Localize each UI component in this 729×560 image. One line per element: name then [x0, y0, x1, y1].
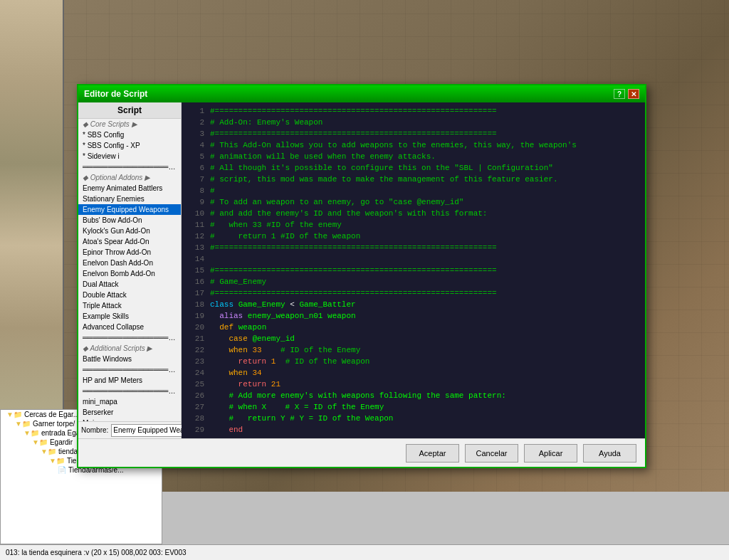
folder-icon: ▼📁: [15, 420, 31, 428]
dialog-close-button[interactable]: ✕: [628, 89, 639, 99]
script-list[interactable]: ◆ Core Scripts ▶* SBS Config* SBS Config…: [78, 119, 181, 421]
line-number: 29: [184, 424, 204, 435]
code-panel: 1#======================================…: [182, 102, 645, 438]
dialog-controls: ? ✕: [614, 89, 639, 99]
script-list-item[interactable]: Enelvon Bomb Add-On: [78, 268, 181, 279]
script-list-item[interactable]: Example Skills: [78, 311, 181, 322]
code-line: 26 # Add more enemy's with weapons follo…: [184, 390, 642, 401]
script-list-item[interactable]: ◆ Optional Addons ▶: [78, 172, 181, 183]
script-list-item[interactable]: Enelvon Dash Add-On: [78, 258, 181, 268]
script-list-item[interactable]: Kylock's Gun Add-On: [78, 226, 181, 236]
script-list-item[interactable]: ◆ Core Scripts ▶: [78, 119, 181, 130]
code-line: 15#=====================================…: [184, 265, 642, 276]
script-list-item[interactable]: * Sideview i: [78, 151, 181, 162]
code-line: 16# Game_Enemy: [184, 276, 642, 287]
code-line: 10# and add the enemy's ID and the weapo…: [184, 208, 642, 219]
line-number: 20: [184, 322, 204, 333]
script-list-item[interactable]: Triple Attack: [78, 300, 181, 311]
script-list-item[interactable]: * SBS Config: [78, 130, 181, 140]
line-number: 14: [184, 253, 204, 265]
script-list-item[interactable]: Stationary Enemies: [78, 194, 181, 204]
code-line: 2# Add-On: Enemy's Weapon: [184, 117, 642, 128]
folder-icon: ▼📁: [41, 448, 56, 455]
code-line: 30 enemy_weapon_n01: [184, 435, 642, 438]
code-line: 20 def weapon: [184, 322, 642, 333]
code-line: 6# All though it's possible to configure…: [184, 162, 642, 174]
script-list-item[interactable]: Epinor Throw Add-On: [78, 247, 181, 258]
line-number: 7: [184, 174, 204, 185]
script-list-item[interactable]: Double Attack: [78, 290, 181, 300]
line-number: 27: [184, 401, 204, 413]
script-list-item[interactable]: ◆ Additional Scripts ▶: [78, 343, 181, 354]
code-line: 11# when 33 #ID of the enemy: [184, 219, 642, 231]
folder-icon: ▼📁: [23, 429, 39, 437]
line-number: 23: [184, 356, 204, 367]
folder-icon: ▼📁: [49, 457, 65, 465]
folder-icon: ▼📁: [32, 438, 48, 446]
line-number: 22: [184, 344, 204, 356]
dialog-help-button[interactable]: ?: [614, 89, 625, 99]
line-number: 17: [184, 287, 204, 299]
script-name-bar: Nombre:: [78, 421, 181, 438]
line-number: 19: [184, 310, 204, 322]
code-line: 3#======================================…: [184, 128, 642, 139]
script-list-panel: Script ◆ Core Scripts ▶* SBS Config* SBS…: [78, 102, 182, 438]
script-list-item[interactable]: Bubs' Bow Add-On: [78, 215, 181, 226]
script-list-item[interactable]: Enemy Equipped Weapons: [78, 204, 181, 215]
line-number: 15: [184, 265, 204, 276]
line-number: 26: [184, 390, 204, 401]
code-editor[interactable]: 1#======================================…: [182, 102, 645, 438]
status-text: 013: la tienda esquinera :v (20 x 15) 00…: [6, 549, 187, 556]
name-label: Nombre:: [81, 426, 108, 434]
code-line: 27 # when X # X = ID of the Enemy: [184, 401, 642, 413]
code-line: 17#=====================================…: [184, 287, 642, 299]
script-list-item[interactable]: Battle Windows: [78, 354, 181, 364]
code-line: 23 return 1 # ID of the Weapon: [184, 356, 642, 367]
script-list-item[interactable]: Enemy Animated Battlers: [78, 183, 181, 194]
page-icon: 📄: [58, 466, 66, 474]
script-list-item[interactable]: Berserker: [78, 407, 181, 418]
line-number: 9: [184, 196, 204, 208]
script-list-item[interactable]: * SBS Config - XP: [78, 140, 181, 151]
line-number: 18: [184, 299, 204, 310]
line-number: 6: [184, 162, 204, 174]
line-number: 16: [184, 276, 204, 287]
folder-icon: ▼📁: [6, 411, 22, 418]
script-list-item[interactable]: ═══════════════════: [78, 364, 181, 375]
script-list-item[interactable]: ═══════════════════: [78, 386, 181, 396]
code-line: 13#=====================================…: [184, 242, 642, 253]
ayuda-button[interactable]: Ayuda: [583, 444, 636, 463]
line-number: 1: [184, 105, 204, 117]
script-list-header: Script: [78, 102, 181, 119]
code-line: 1#======================================…: [184, 105, 642, 117]
script-list-item[interactable]: HP and MP Meters: [78, 375, 181, 386]
line-number: 11: [184, 219, 204, 231]
code-line: 29 end: [184, 424, 642, 435]
line-number: 21: [184, 333, 204, 344]
aplicar-button[interactable]: Aplicar: [524, 444, 577, 463]
code-line: 8#: [184, 185, 642, 196]
code-line: 18class Game_Enemy < Game_Battler: [184, 299, 642, 310]
code-line: 22 when 33 # ID of the Enemy: [184, 344, 642, 356]
line-number: 4: [184, 139, 204, 151]
tree-item-label: Cercas de Egar...: [24, 411, 79, 418]
script-list-item[interactable]: Dual Attack: [78, 279, 181, 290]
cancelar-button[interactable]: Cancelar: [465, 444, 518, 463]
dialog-title: Editor de Script: [84, 89, 147, 99]
code-line: 24 when 34: [184, 367, 642, 379]
line-number: 30: [184, 435, 204, 438]
script-list-item[interactable]: Atoa's Spear Add-On: [78, 236, 181, 247]
aceptar-button[interactable]: Aceptar: [406, 444, 459, 463]
script-list-item[interactable]: mini_mapa: [78, 396, 181, 407]
script-editor-dialog: Editor de Script ? ✕ Script ◆ Core Scrip…: [77, 84, 646, 468]
line-number: 10: [184, 208, 204, 219]
code-line: 14: [184, 253, 642, 265]
script-list-item[interactable]: ═══════════════════: [78, 332, 181, 343]
line-number: 25: [184, 379, 204, 390]
dialog-body: Script ◆ Core Scripts ▶* SBS Config* SBS…: [78, 102, 645, 438]
code-line: 19 alias enemy_weapon_n01 weapon: [184, 310, 642, 322]
script-list-item[interactable]: Advanced Collapse: [78, 322, 181, 332]
code-line: 7# script, this mod was made to make the…: [184, 174, 642, 185]
script-list-item[interactable]: ═══════════════════: [78, 162, 181, 172]
code-line: 5# animation will be used when the enemy…: [184, 151, 642, 162]
